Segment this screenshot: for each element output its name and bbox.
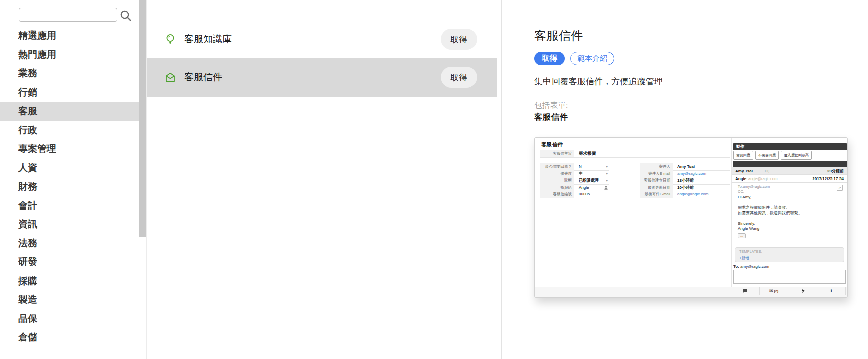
sidebar-category-item[interactable]: 品保	[0, 309, 139, 328]
preview-toolbar: ✉ (2) i	[731, 287, 846, 295]
sidebar-category-item[interactable]: 製造	[0, 290, 139, 309]
mail-icon: ✉	[769, 288, 773, 293]
sidebar-category-item[interactable]: 業務	[0, 64, 139, 83]
info-icon: i	[817, 287, 846, 295]
sender-name: Angie	[735, 175, 746, 183]
preview-field-row: 寄件人E-mail amy@ragic.com	[640, 170, 730, 178]
template-intro-button[interactable]: 範本介紹	[570, 52, 614, 65]
includes-forms-label: 包括表單:	[534, 100, 568, 111]
mail-time: 2017/12/25 17:54	[812, 175, 844, 183]
mail-snippet: Hi,	[765, 167, 769, 175]
compose-to-label: To:	[733, 264, 739, 269]
mail-body-line: Sincerely,	[738, 221, 802, 227]
preview-field-label: 狀態	[540, 177, 574, 184]
sidebar-category-item[interactable]: 熱門應用	[0, 45, 139, 64]
preview-field-row: 客服信編號 00005 ▾	[540, 191, 609, 198]
preview-mail-recipients: To:amy@ragic.com CC:	[738, 184, 770, 194]
preview-mail-row: Angie angie@ragic.com 2017/12/25 17:54	[732, 175, 847, 183]
get-template-button[interactable]: 取得	[441, 29, 477, 50]
preview-mail-row: Amy Tsai Hi, 23分鐘前	[732, 167, 847, 175]
preview-field-label: 客服信編號	[540, 191, 574, 198]
get-button[interactable]: 取得	[534, 52, 565, 65]
preview-form-title: 客服信件	[541, 141, 563, 148]
preview-field-row: 狀態 已指派處理 ▾	[540, 177, 609, 185]
mail-body-line	[738, 200, 802, 206]
preview-field-label: 指派給	[540, 184, 574, 191]
template-rows: 客服知識庫 取得	[147, 20, 497, 97]
preview-field-row: 是否需要回應？ N ▾	[540, 163, 609, 171]
person-icon	[604, 186, 608, 191]
chevron-down-icon: ▾	[606, 177, 608, 184]
template-list-item[interactable]: 客服信件 取得	[147, 58, 497, 97]
sender-email: angie@ragic.com	[748, 175, 777, 183]
preview-field-value: 中	[579, 170, 583, 177]
preview-field-label: 客服信主旨	[540, 150, 574, 157]
sidebar-category-item[interactable]: 行政	[0, 121, 139, 140]
sidebar-category-item[interactable]: 專案管理	[0, 139, 139, 158]
template-list-item[interactable]: 客服知識庫 取得	[147, 20, 497, 58]
sidebar-category-item[interactable]: 精選應用	[0, 26, 139, 45]
preview-field-value: 尋求報價	[579, 150, 596, 157]
sidebar-category-item[interactable]: 倉儲	[0, 328, 139, 347]
preview-field-label: 寄件人	[640, 163, 673, 170]
preview-field-value: 10小時前	[677, 184, 694, 191]
preview-field-row: 寄件人 Amy Tsai	[640, 163, 730, 171]
sidebar-category-item[interactable]: 客服	[0, 102, 139, 121]
preview-action-buttons: 需要回應不需要回應優先度提到最高	[733, 151, 812, 160]
sidebar-category-item[interactable]: 行銷	[0, 83, 139, 102]
mail-count: (2)	[774, 289, 778, 293]
chevron-down-icon: ▾	[606, 170, 608, 177]
preview-compose-to: To: amy@ragic.com	[733, 264, 769, 269]
get-template-button[interactable]: 取得	[441, 67, 477, 88]
sidebar-category-item[interactable]: 研發	[0, 252, 139, 272]
sidebar-category-item[interactable]: 資訊	[0, 215, 139, 234]
included-form-name: 客服信件	[534, 112, 568, 123]
preview-section-divider	[731, 138, 732, 297]
template-title: 客服信件	[184, 71, 222, 84]
template-description: 集中回覆客服信件，方便追蹤管理	[534, 76, 663, 87]
preview-field-row: 優先度 中 ▾	[540, 170, 609, 178]
cc-line: CC:	[738, 189, 770, 194]
lightbulb-icon	[164, 33, 176, 45]
more-button: ...	[738, 233, 746, 238]
sidebar-scrollbar-thumb[interactable]	[139, 0, 146, 237]
preview-field-row: 最後寄件E-mail angie@ragic.com	[640, 191, 730, 198]
preview-field-value: 18小時前	[677, 177, 694, 184]
category-sidebar: 精選應用熱門應用業務行銷客服行政專案管理人資財務會計資訊法務研發採購製造品保倉儲	[0, 0, 139, 359]
detail-buttons: 取得 範本介紹	[534, 52, 614, 65]
preview-field-value: angie@ragic.com	[677, 191, 708, 198]
preview-field-label: 最後寄件E-mail	[640, 191, 673, 198]
compose-to-value: amy@ragic.com	[740, 264, 769, 269]
bolt-icon	[788, 287, 817, 295]
sidebar-category-item[interactable]: 採購	[0, 272, 139, 291]
preview-field-value: 已指派處理	[579, 177, 599, 184]
search-icon[interactable]	[119, 9, 132, 24]
sidebar-category-item[interactable]: 財務	[0, 177, 139, 196]
page-title: 客服信件	[534, 28, 583, 44]
preview-field-value: N	[579, 163, 582, 170]
preview-action-button: 不需要回應	[755, 151, 779, 160]
sidebar-category-item[interactable]: 會計	[0, 196, 139, 215]
mail-body-line: 需求之報價如附件，請查收。	[738, 205, 802, 211]
preview-field-label: 是否需要回應？	[540, 163, 574, 170]
preview-field-label: 客服信建立日期	[640, 177, 673, 184]
sidebar-category-item[interactable]: 法務	[0, 234, 139, 253]
template-list-panel: 客服知識庫 取得	[147, 0, 501, 359]
preview-field-row: 客服信建立日期 18小時前	[640, 177, 730, 185]
external-link-icon: ↗	[837, 185, 843, 191]
envelope-icon	[164, 71, 176, 83]
sender-name: Amy Tsai	[735, 167, 753, 175]
preview-field-value: amy@ragic.com	[677, 170, 706, 177]
preview-field-value: 00005	[579, 191, 590, 198]
preview-field-row: 指派給 Angie ▾	[540, 184, 609, 192]
preview-action-button: 需要回應	[733, 151, 753, 160]
search-input[interactable]	[19, 8, 117, 22]
mail-body-line: Angie Wang	[738, 226, 802, 232]
preview-subject-row: 客服信主旨 尋求報價	[540, 150, 730, 158]
sidebar-category-item[interactable]: 人資	[0, 158, 139, 177]
preview-field-label: 最後更新日期	[640, 184, 673, 191]
mail-time: 23分鐘前	[827, 167, 844, 175]
preview-actions-bar: 動作	[733, 143, 847, 150]
sidebar-scrollbar-track[interactable]	[139, 0, 147, 359]
preview-action-button: 優先度提到最高	[781, 151, 812, 160]
